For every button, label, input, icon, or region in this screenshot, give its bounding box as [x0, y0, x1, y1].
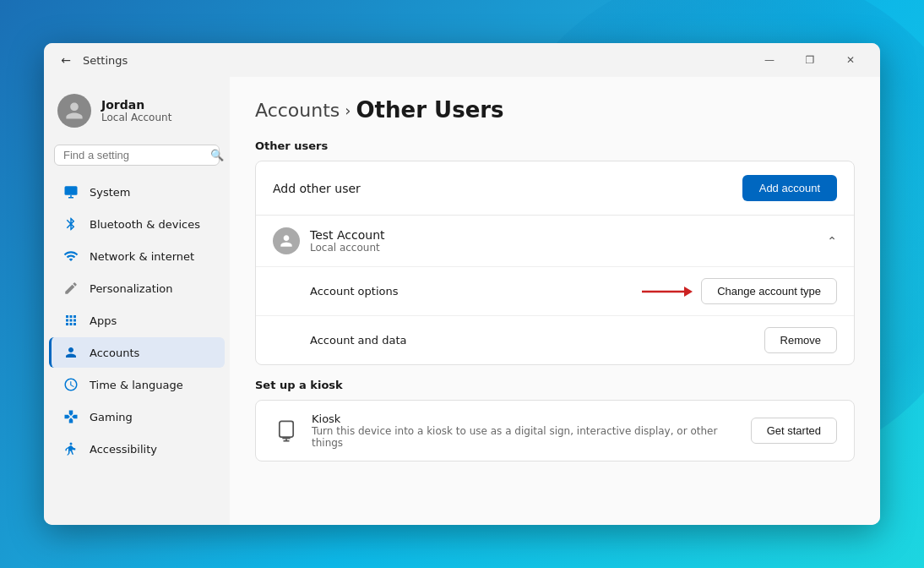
- accounts-icon: [63, 344, 79, 361]
- account-data-label: Account and data: [310, 334, 407, 347]
- account-avatar: [273, 227, 300, 254]
- sidebar-item-network-label: Network & internet: [90, 250, 194, 263]
- window-title: Settings: [83, 54, 750, 67]
- settings-window: ← Settings — ❐ ✕ Jordan Local Account 🔍: [44, 43, 880, 525]
- other-users-card: Add other user Add account Test Account …: [255, 161, 855, 365]
- sidebar: Jordan Local Account 🔍 System Bluetoot: [44, 77, 230, 525]
- network-icon: [63, 248, 79, 265]
- search-icon: 🔍: [210, 149, 224, 161]
- title-bar: ← Settings — ❐ ✕: [44, 43, 880, 77]
- breadcrumb-arrow: ›: [345, 101, 351, 119]
- add-user-row: Add other user Add account: [256, 161, 854, 215]
- account-options-row: Account options Change account type: [256, 266, 854, 315]
- breadcrumb-current: Other Users: [356, 97, 504, 123]
- search-box[interactable]: 🔍: [54, 145, 220, 166]
- sidebar-item-accounts[interactable]: Accounts: [49, 337, 225, 368]
- svg-rect-6: [280, 421, 293, 437]
- other-users-label: Other users: [255, 139, 855, 152]
- monitor-icon: [63, 183, 79, 200]
- red-arrow-icon: [642, 283, 693, 300]
- sidebar-item-system[interactable]: System: [49, 177, 225, 207]
- user-name: Jordan: [101, 98, 171, 112]
- chevron-up-icon: ⌃: [827, 234, 837, 248]
- sidebar-item-personalization[interactable]: Personalization: [49, 273, 225, 303]
- sidebar-item-accessibility[interactable]: Accessibility: [49, 434, 225, 464]
- kiosk-row: Kiosk Turn this device into a kiosk to u…: [256, 401, 854, 461]
- sidebar-item-gaming[interactable]: Gaming: [49, 401, 225, 432]
- change-account-type-button[interactable]: Change account type: [701, 278, 837, 304]
- account-name-group: Test Account Local account: [310, 228, 385, 254]
- kiosk-icon: [273, 418, 300, 445]
- sidebar-item-accessibility-label: Accessibility: [90, 443, 157, 456]
- sidebar-item-apps-label: Apps: [90, 314, 117, 327]
- sidebar-item-time[interactable]: Time & language: [49, 369, 225, 400]
- sidebar-item-bluetooth[interactable]: Bluetooth & devices: [49, 209, 225, 239]
- account-subtext: Local account: [310, 242, 385, 254]
- window-body: Jordan Local Account 🔍 System Bluetoot: [44, 77, 880, 525]
- gaming-icon: [63, 408, 79, 425]
- sidebar-item-personalization-label: Personalization: [90, 282, 173, 295]
- kiosk-description: Turn this device into a kiosk to use as …: [312, 425, 734, 449]
- account-data-row: Account and data Remove: [256, 315, 854, 364]
- user-account-type: Local Account: [101, 112, 171, 123]
- sidebar-item-apps[interactable]: Apps: [49, 305, 225, 336]
- sidebar-item-network[interactable]: Network & internet: [49, 241, 225, 271]
- main-content: Accounts › Other Users Other users Add o…: [230, 77, 880, 525]
- breadcrumb: Accounts › Other Users: [255, 97, 855, 123]
- bluetooth-icon: [63, 216, 79, 232]
- sidebar-item-bluetooth-label: Bluetooth & devices: [90, 218, 200, 231]
- kiosk-card: Kiosk Turn this device into a kiosk to u…: [255, 400, 855, 462]
- kiosk-left: Kiosk Turn this device into a kiosk to u…: [273, 412, 734, 449]
- breadcrumb-parent[interactable]: Accounts: [255, 100, 340, 121]
- window-controls: — ❐ ✕: [750, 46, 870, 74]
- option-right: Change account type: [642, 278, 837, 304]
- svg-point-3: [70, 443, 73, 445]
- test-account-header[interactable]: Test Account Local account ⌃: [256, 216, 854, 266]
- kiosk-name: Kiosk: [312, 412, 734, 425]
- sidebar-item-system-label: System: [90, 186, 130, 199]
- minimize-button[interactable]: —: [750, 46, 789, 74]
- avatar: [57, 94, 91, 128]
- user-info: Jordan Local Account: [44, 84, 230, 141]
- sidebar-item-gaming-label: Gaming: [90, 411, 133, 423]
- svg-rect-0: [65, 186, 78, 195]
- add-user-label: Add other user: [273, 182, 361, 195]
- kiosk-get-started-button[interactable]: Get started: [751, 418, 837, 444]
- time-icon: [63, 376, 79, 393]
- remove-button[interactable]: Remove: [764, 327, 837, 353]
- account-header-left: Test Account Local account: [273, 227, 385, 254]
- sidebar-item-time-label: Time & language: [90, 379, 183, 391]
- maximize-button[interactable]: ❐: [791, 46, 829, 74]
- add-account-button[interactable]: Add account: [742, 175, 837, 201]
- apps-icon: [63, 312, 79, 329]
- personalization-icon: [63, 280, 79, 297]
- search-input[interactable]: [63, 149, 205, 161]
- kiosk-text: Kiosk Turn this device into a kiosk to u…: [312, 412, 734, 449]
- close-button[interactable]: ✕: [831, 46, 870, 74]
- account-name: Test Account: [310, 228, 385, 242]
- sidebar-item-accounts-label: Accounts: [90, 347, 139, 359]
- accessibility-icon: [63, 440, 79, 457]
- svg-marker-5: [684, 287, 693, 297]
- kiosk-section: Set up a kiosk: [255, 379, 855, 462]
- back-button[interactable]: ←: [54, 48, 78, 72]
- kiosk-section-label: Set up a kiosk: [255, 379, 855, 391]
- user-details: Jordan Local Account: [101, 98, 171, 123]
- account-options-label: Account options: [310, 285, 399, 298]
- svg-rect-7: [282, 437, 290, 439]
